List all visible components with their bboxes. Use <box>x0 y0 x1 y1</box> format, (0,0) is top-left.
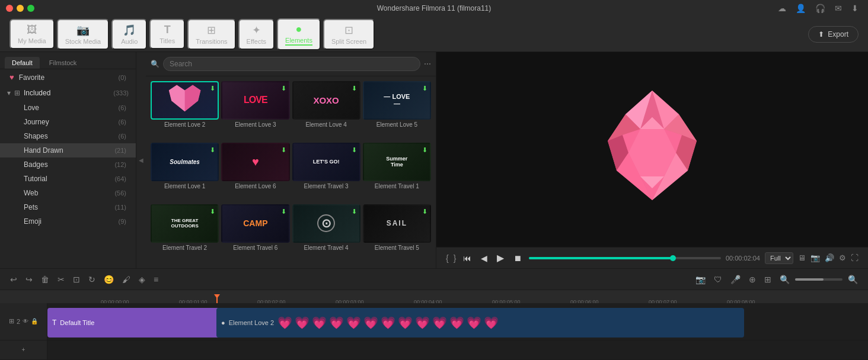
element-love4[interactable]: XOXO ⬇ Element Love 4 <box>292 81 360 140</box>
timeline-area: ↩ ↪ 🗑 ✂ ⊡ ↻ 😊 🖌 ◈ ≡ 📷 🛡 🎤 ⊕ ⊞ 🔍 🔍 <box>0 268 868 360</box>
download-icon[interactable]: ⬇ <box>851 4 859 13</box>
layout-icon[interactable]: ⊞ <box>761 273 774 286</box>
element-love6[interactable]: ♥ ⬇ Element Love 6 <box>221 143 289 202</box>
preview-heart-svg <box>551 61 753 239</box>
toolbar-audio[interactable]: 🎵 Audio <box>111 19 147 50</box>
play-button[interactable]: ▶ <box>494 251 506 265</box>
fullscreen-icon[interactable]: ⛶ <box>851 253 859 262</box>
element-travel4[interactable]: ⊙ ⬇ Element Travel 4 <box>292 204 360 263</box>
elements-icon: ● <box>296 23 302 36</box>
add-track-icon[interactable]: + <box>22 346 25 353</box>
undo-button[interactable]: ↩ <box>7 273 20 286</box>
quality-select[interactable]: Full 1/2 1/4 <box>765 252 793 264</box>
shield-icon[interactable]: 🛡 <box>711 273 725 286</box>
progress-fill <box>529 257 673 259</box>
element-love2-thumb: ⬇ <box>151 81 219 120</box>
zoom-slider[interactable] <box>795 278 843 281</box>
emoji-count: (9) <box>119 218 126 225</box>
list-item-emoji[interactable]: Emoji (9) <box>0 214 136 229</box>
user-icon[interactable]: 👤 <box>796 4 806 13</box>
element-travel3[interactable]: LET'S GO! ⬇ Element Travel 3 <box>292 143 360 202</box>
element-love5[interactable]: — LOVE — ⬇ Element Love 5 <box>363 81 431 140</box>
eye-icon[interactable]: 👁 <box>23 318 28 324</box>
badges-label: Badges <box>24 160 48 169</box>
list-item-badges[interactable]: Badges (12) <box>0 158 136 172</box>
element-love3-label: Element Love 3 <box>221 121 289 128</box>
crop-button[interactable]: ⊡ <box>70 273 83 286</box>
element-travel5[interactable]: SAIL ⬇ Element Travel 5 <box>363 204 431 263</box>
heart-11: 💗 <box>449 316 464 330</box>
lock-icon[interactable]: 🔒 <box>31 318 38 324</box>
rewind-button[interactable]: ⏮ <box>461 252 474 264</box>
toolbar-effects[interactable]: ✦ Effects <box>238 19 275 50</box>
category-list: ♥ Favorite (0) ▾ ⊞ Included (333) Love (… <box>0 69 136 268</box>
camera2-icon[interactable]: 📷 <box>693 273 709 286</box>
sticker-button[interactable]: 😊 <box>101 273 117 286</box>
monitor-icon[interactable]: 🖥 <box>798 253 806 262</box>
tab-default[interactable]: Default <box>5 57 40 69</box>
paint-button[interactable]: 🖌 <box>119 273 133 286</box>
zoom-out-button[interactable]: 🔍 <box>777 273 793 286</box>
element-love1[interactable]: Soulmates ⬇ Element Love 1 <box>151 143 219 202</box>
ruler-mark-8: 00:00:08:00 <box>727 299 755 303</box>
progress-bar[interactable] <box>529 257 721 259</box>
pets-count: (11) <box>114 204 126 211</box>
list-item-shapes[interactable]: Shapes (6) <box>0 129 136 143</box>
ruler-mark-3: 00:00:03:00 <box>336 299 364 303</box>
zoom-in-button[interactable]: 🔍 <box>845 273 861 286</box>
element-travel2[interactable]: THE GREATOUTDOORS ⬇ Element Travel 2 <box>151 204 219 263</box>
mic-icon[interactable]: 🎤 <box>727 273 743 286</box>
settings-icon[interactable]: ⚙ <box>839 253 846 262</box>
clip-element-love2[interactable]: ● Element Love 2 💗 💗 💗 💗 💗 💗 💗 💗 💗 <box>216 308 744 338</box>
cut-button[interactable]: ✂ <box>55 273 68 286</box>
volume-icon[interactable]: 🔊 <box>825 253 834 262</box>
toolbar-split-screen[interactable]: ⊡ Split Screen <box>323 19 375 50</box>
list-item-web[interactable]: Web (56) <box>0 186 136 200</box>
list-item-journey[interactable]: Journey (6) <box>0 115 136 129</box>
heart-9: 💗 <box>415 316 430 330</box>
minimize-button[interactable] <box>17 5 24 12</box>
redo-button[interactable]: ↪ <box>23 273 36 286</box>
audio-trim-button[interactable]: ≡ <box>151 273 161 286</box>
toolbar-transitions[interactable]: ⊞ Transitions <box>187 19 235 50</box>
search-input[interactable] <box>163 57 420 71</box>
list-item-hand-drawn[interactable]: Hand Drawn (21) <box>0 143 136 158</box>
mail-icon[interactable]: ✉ <box>835 4 842 13</box>
element-travel6[interactable]: CAMP ⬇ Element Travel 6 <box>221 204 289 263</box>
cloud-icon[interactable]: ☁ <box>778 4 786 13</box>
element-love3[interactable]: LOVE ⬇ Element Love 3 <box>221 81 289 140</box>
list-item-love[interactable]: Love (6) <box>0 101 136 115</box>
element-travel1[interactable]: Summer Time ⬇ Element Travel 1 <box>363 143 431 202</box>
headphone-icon[interactable]: 🎧 <box>815 4 825 13</box>
color-button[interactable]: ◈ <box>136 273 148 286</box>
rotate-button[interactable]: ↻ <box>85 273 98 286</box>
maximize-button[interactable] <box>27 5 34 12</box>
grid-options-icon[interactable]: ⋯ <box>424 60 431 68</box>
camera-icon[interactable]: 📷 <box>810 253 820 262</box>
toolbar-titles[interactable]: T Titles <box>149 19 185 49</box>
toolbar-elements[interactable]: ● Elements <box>277 18 321 50</box>
export-button[interactable]: ⬆ Export <box>808 26 859 43</box>
audio-merge-icon[interactable]: ⊕ <box>746 273 759 286</box>
clip-default-title[interactable]: T Default Title <box>47 308 219 338</box>
toolbar-my-media[interactable]: 🖼 My Media <box>9 19 55 49</box>
toolbar-stock-media[interactable]: 📷 Stock Media <box>57 19 110 50</box>
list-item-tutorial[interactable]: Tutorial (64) <box>0 172 136 186</box>
tab-filmstock[interactable]: Filmstock <box>42 57 84 69</box>
list-item-pets[interactable]: Pets (11) <box>0 200 136 214</box>
favorite-count: (0) <box>119 74 126 81</box>
stop-button[interactable]: ⏹ <box>511 252 524 264</box>
frame-back-button[interactable]: ◀ <box>478 252 490 264</box>
panel-divider[interactable]: ◀ <box>136 52 146 268</box>
close-button[interactable] <box>6 5 13 12</box>
included-item[interactable]: ▾ ⊞ Included (333) <box>0 85 136 101</box>
titlebar-actions: ☁ 👤 🎧 ✉ ⬇ <box>778 4 859 13</box>
heart-3: 💗 <box>312 316 327 330</box>
web-count: (56) <box>114 189 126 197</box>
delete-button[interactable]: 🗑 <box>38 273 52 286</box>
download-icon: ⬇ <box>281 146 286 154</box>
element-love2[interactable]: ⬇ Element Love 2 <box>151 81 219 140</box>
bracket-right-icon: } <box>454 253 457 263</box>
element-travel5-thumb: SAIL ⬇ <box>363 204 431 243</box>
favorite-item[interactable]: ♥ Favorite (0) <box>0 69 136 85</box>
